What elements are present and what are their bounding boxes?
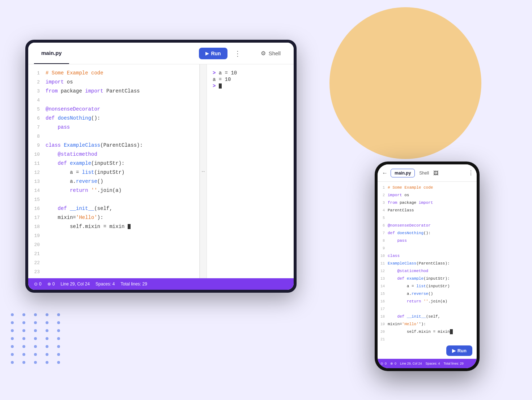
play-icon: ▶ xyxy=(205,51,209,56)
code-line: 21 xyxy=(28,249,199,258)
code-line: 8 pass xyxy=(378,237,477,245)
shell-panel[interactable]: > a = 10 a = 10 > xyxy=(207,64,294,278)
code-line: 6def doesNothing(): xyxy=(28,114,199,123)
phone-total-lines: Total lines: 29 xyxy=(444,362,464,365)
cursor xyxy=(128,224,131,229)
resizer[interactable]: ↔ xyxy=(200,64,207,278)
warning-icon: ⊗ xyxy=(47,281,51,287)
code-line: 22 xyxy=(28,258,199,267)
phone-tab-shell[interactable]: Shell xyxy=(416,169,432,177)
phone-error-icon: ⊙ xyxy=(380,362,383,365)
code-line: 1# Some Example code xyxy=(378,184,477,192)
code-line: 14 a = list(inputStr) xyxy=(378,283,477,290)
code-line: 16 return ''.join(a) xyxy=(378,298,477,305)
code-line: 4 xyxy=(28,96,199,105)
back-button[interactable]: ← xyxy=(380,168,389,178)
run-button-label: Run xyxy=(211,51,221,56)
phone-more-button[interactable]: ⋮ xyxy=(468,169,474,176)
tablet-body: 1# Some Example code2import os3from pack… xyxy=(28,64,294,278)
code-line: 19mixin='Hello''): xyxy=(378,321,477,328)
code-line: 8 xyxy=(28,132,199,141)
code-line: 2import os xyxy=(378,192,477,199)
phone-image-button[interactable]: 🖼 xyxy=(433,170,438,176)
decorative-dots xyxy=(11,313,64,364)
settings-icon: ⚙ xyxy=(261,50,266,57)
code-line: 18 def __init__(self, xyxy=(378,313,477,321)
code-line: 3from package import xyxy=(378,199,477,207)
code-line: 15 xyxy=(28,195,199,204)
code-line: 9class ExampleClass(ParentClass): xyxy=(28,141,199,150)
phone-play-icon: ▶ xyxy=(452,348,456,353)
code-line: 13 def example(inputStr): xyxy=(378,275,477,283)
code-line: 11 def example(inputStr): xyxy=(28,159,199,168)
resize-icon: ↔ xyxy=(201,168,206,174)
phone-warning-icon: ⊗ xyxy=(390,362,393,365)
code-line: 14 return ''.join(a) xyxy=(28,186,199,195)
code-line: 12 @staticmethod xyxy=(378,267,477,275)
code-line: 20 self.mixin = mixin xyxy=(378,328,477,336)
phone-spaces-info: Spaces: 4 xyxy=(426,362,440,365)
code-line: 4ParentClass xyxy=(378,207,477,214)
more-button[interactable]: ⋮ xyxy=(230,47,245,60)
cursor xyxy=(450,329,453,334)
phone-status-bar: ⊙ 0 ⊗ 0 Line 29, Col 24 Spaces: 4 Total … xyxy=(378,359,477,368)
phone-tab-main-py[interactable]: main.py xyxy=(391,169,415,177)
code-line: 9 xyxy=(378,245,477,252)
phone-device: ← main.py Shell 🖼 ⋮ 1# Some Example code… xyxy=(375,162,480,371)
phone-inner: ← main.py Shell 🖼 ⋮ 1# Some Example code… xyxy=(378,164,477,368)
code-line: 17 xyxy=(378,305,477,313)
code-line: 20 xyxy=(28,240,199,249)
code-line: 11ExampleClass(ParentClass): xyxy=(378,260,477,267)
code-editor: 1# Some Example code2import os3from pack… xyxy=(28,64,199,278)
code-line: 7 pass xyxy=(28,123,199,132)
tab-shell[interactable]: ⚙ Shell xyxy=(254,43,288,64)
tab-main-py[interactable]: main.py xyxy=(34,43,69,64)
error-count: ⊙ 0 xyxy=(34,281,42,287)
code-line: 21 xyxy=(378,336,477,343)
code-line: 10class xyxy=(378,252,477,260)
shell-prompt-line: > xyxy=(213,83,288,89)
code-line: 12 a = list(inputStr) xyxy=(28,168,199,177)
total-lines: Total lines: 29 xyxy=(120,281,147,287)
code-line: 2import os xyxy=(28,78,199,87)
code-line: 15 a.reverse() xyxy=(378,290,477,298)
code-line: 18 self.mixin = mixin xyxy=(28,222,199,231)
shell-input-line: > a = 10 xyxy=(213,70,288,76)
decorative-circle xyxy=(329,7,481,159)
run-button[interactable]: ▶ Run xyxy=(199,48,227,59)
shell-tab-label: Shell xyxy=(269,50,281,56)
cursor-position: Line 29, Col 24 xyxy=(60,281,90,287)
cursor xyxy=(219,83,222,89)
tablet-device: main.py ▶ Run ⋮ ⚙ Shell 1# Some Example … xyxy=(25,40,297,293)
shell-output-line: a = 10 xyxy=(213,77,288,82)
code-line: 23 xyxy=(28,267,199,276)
error-icon: ⊙ xyxy=(34,281,38,287)
status-bar: ⊙ 0 ⊗ 0 Line 29, Col 24 Spaces: 4 Total … xyxy=(28,278,294,290)
code-line: 16 def __init__(self, xyxy=(28,204,199,213)
tablet-header: main.py ▶ Run ⋮ ⚙ Shell xyxy=(28,43,294,64)
code-line: 6@nonsenseDecorator xyxy=(378,222,477,229)
code-line: 7def doesNothing(): xyxy=(378,229,477,237)
code-line: 5@nonsenseDecorator xyxy=(28,105,199,114)
code-panel[interactable]: 1# Some Example code2import os3from pack… xyxy=(28,64,200,278)
code-line: 1# Some Example code xyxy=(28,69,199,78)
phone-body[interactable]: 1# Some Example code2import os3from pack… xyxy=(378,182,477,343)
phone-code: 1# Some Example code2import os3from pack… xyxy=(378,182,477,343)
phone-warning-count: ⊗ 0 xyxy=(390,362,396,365)
code-line: 13 a.reverse() xyxy=(28,177,199,186)
spaces-info: Spaces: 4 xyxy=(95,281,115,287)
code-line: 10 @staticmethod xyxy=(28,150,199,159)
phone-run-area: ▶ Run xyxy=(378,343,477,359)
code-line: 5 xyxy=(378,214,477,222)
phone-header: ← main.py Shell 🖼 ⋮ xyxy=(378,164,477,182)
code-line: 17 mixin='Hello'): xyxy=(28,213,199,222)
phone-cursor-position: Line 29, Col 24 xyxy=(400,362,422,365)
phone-error-count: ⊙ 0 xyxy=(380,362,387,365)
code-line: 19 xyxy=(28,231,199,240)
warning-count: ⊗ 0 xyxy=(47,281,55,287)
code-line: 3from package import ParentClass xyxy=(28,87,199,96)
tablet-inner: main.py ▶ Run ⋮ ⚙ Shell 1# Some Example … xyxy=(28,43,294,290)
phone-run-button[interactable]: ▶ Run xyxy=(446,345,472,356)
